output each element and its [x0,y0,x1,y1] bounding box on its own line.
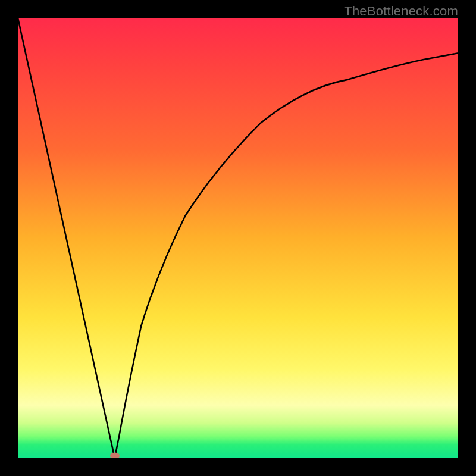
curve-layer [18,18,458,458]
chart-frame: TheBottleneck.com [0,0,476,476]
curve-left-branch [18,18,115,458]
optimum-marker [110,453,120,459]
plot-area [18,18,458,458]
attribution-text: TheBottleneck.com [344,4,458,19]
curve-right-branch [115,53,458,458]
